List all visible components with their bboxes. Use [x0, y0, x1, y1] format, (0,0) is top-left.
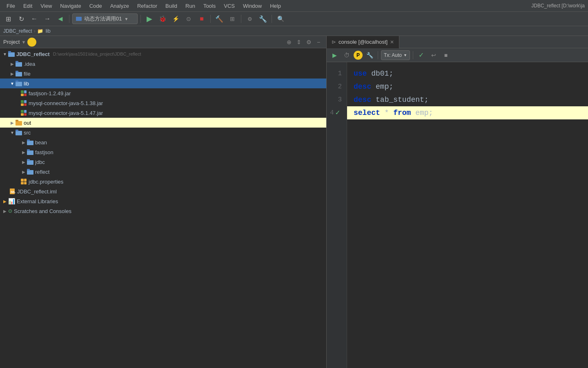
extlib-chart-icon: 📊 [8, 198, 15, 204]
toolbar-search-btn[interactable]: 🔍 [275, 13, 286, 25]
console-stop-btn[interactable]: ■ [441, 50, 451, 61]
console-tab-icon: ⊳ [332, 39, 336, 45]
menu-vcs[interactable]: VCS [220, 2, 238, 10]
window-title: JDBC_reflect [D:\work\ja [531, 3, 585, 9]
panel-header-actions: ⊕ ⇕ ⚙ − [285, 38, 323, 47]
lib-label: lib [24, 81, 29, 87]
tree-item-mysql38[interactable]: mysql-connector-java-5.1.38.jar [0, 98, 326, 108]
toolbar-stop-btn[interactable]: ■ [196, 13, 207, 25]
toolbar-sep3 [210, 15, 211, 23]
svg-rect-11 [16, 130, 18, 131]
console-tab[interactable]: ⊳ console [@localhost] ✕ [327, 36, 399, 48]
out-label: out [24, 120, 31, 126]
menu-window[interactable]: Window [240, 2, 265, 10]
toolbar-unknown1[interactable]: ⊞ [2, 13, 14, 25]
right-panel: ⊳ console [@localhost] ✕ ▶ ⏱ P 🔧 Tx: Aut… [327, 36, 588, 368]
checkmark-icon: ✓ [336, 106, 340, 119]
sql-line-3: desc tab_student; [354, 93, 581, 106]
run-config-selector[interactable]: 动态方法调用01 ▼ [72, 13, 138, 24]
svg-rect-12 [27, 141, 33, 145]
console-wrench-btn[interactable]: 🔧 [364, 50, 375, 61]
menu-code[interactable]: Code [86, 2, 105, 10]
tree-item-mysql47[interactable]: mysql-connector-java-5.1.47.jar [0, 108, 326, 118]
tree-item-jdbcprop[interactable]: jdbc.properties [0, 177, 326, 186]
toolbar-debug-btn[interactable]: 🐞 [157, 13, 168, 25]
menu-navigate[interactable]: Navigate [57, 2, 84, 10]
menu-edit[interactable]: Edit [20, 2, 36, 10]
root-label: JDBC_reflect [16, 51, 50, 57]
tree-item-lib[interactable]: ▼ lib [0, 79, 326, 88]
console-p-btn[interactable]: P [354, 51, 363, 60]
toolbar-coverage-btn[interactable]: ⚡ [170, 13, 181, 25]
menu-analyze[interactable]: Analyze [107, 2, 132, 10]
project-tree[interactable]: ▼ JDBC_reflect D:\work\java1501\idea_pro… [0, 48, 326, 368]
console-undo-btn[interactable]: ↩ [428, 50, 439, 61]
toolbar-refresh[interactable]: ↻ [16, 13, 27, 25]
menu-help[interactable]: Help [267, 2, 284, 10]
menu-refactor[interactable]: Refactor [134, 2, 160, 10]
tx-selector[interactable]: Tx: Auto ▼ [381, 50, 410, 60]
tree-item-fastjson2[interactable]: ▶ fastjson [0, 147, 326, 157]
tree-arrow-file: ▶ [9, 70, 16, 77]
jdbcprop-label: jdbc.properties [29, 179, 63, 185]
toolbar-forward[interactable]: → [42, 13, 53, 25]
menu-build[interactable]: Build [162, 2, 180, 10]
svg-rect-15 [27, 149, 30, 151]
tree-item-jdbc[interactable]: ▶ jdbc [0, 157, 326, 167]
tree-item-out[interactable]: ▶ out [0, 118, 326, 128]
console-history-btn[interactable]: ⏱ [341, 50, 352, 61]
console-sep2 [413, 51, 413, 59]
tree-arrow-scratches: ▶ [2, 208, 8, 214]
run-config-icon [76, 17, 82, 21]
tree-item-idea[interactable]: ▶ .idea [0, 59, 326, 69]
breadcrumb-folder-icon: 📁 [37, 28, 43, 34]
panel-btn-hide[interactable]: − [314, 38, 323, 47]
tree-item-reflect[interactable]: ▶ reflect [0, 167, 326, 177]
tree-arrow-fastjson2: ▶ [20, 149, 27, 155]
console-tab-close[interactable]: ✕ [390, 39, 394, 45]
tree-item-extlib[interactable]: ▶ 📊 External Libraries [0, 196, 326, 206]
sql-content[interactable]: use db01; desc emp; desc tab_student; se… [347, 62, 588, 368]
console-toolbar: ▶ ⏱ P 🔧 Tx: Auto ▼ ✓ ↩ ■ [327, 48, 588, 62]
toolbar-sep2 [140, 15, 141, 23]
tx-label: Tx: Auto [384, 52, 402, 58]
src-label: src [24, 130, 31, 136]
menu-view[interactable]: View [37, 2, 55, 10]
toolbar-back-green[interactable]: ◄ [55, 13, 66, 25]
scratches-icon: ⊙ [8, 208, 12, 214]
panel-btn-add[interactable]: ⊕ [285, 38, 294, 47]
tree-item-bean[interactable]: ▶ bean [0, 137, 326, 147]
fastjson2-label: fastjson [35, 149, 53, 155]
panel-btn-settings[interactable]: ⚙ [304, 38, 313, 47]
toolbar-sep4 [241, 15, 241, 23]
tree-item-src[interactable]: ▼ src [0, 128, 326, 137]
toolbar-sdk-btn[interactable]: ⊞ [227, 13, 238, 25]
tree-item-iml[interactable]: IML JDBC_reflect.iml [0, 186, 326, 196]
toolbar-profile-btn[interactable]: ⊙ [183, 13, 194, 25]
toolbar-run-btn[interactable]: ▶ [144, 13, 155, 25]
tree-item-fastjson[interactable]: fastjson-1.2.49.jar [0, 88, 326, 98]
tree-item-scratches[interactable]: ▶ ⊙ Scratches and Consoles [0, 206, 326, 216]
toolbar-back[interactable]: ← [29, 13, 40, 25]
tree-item-root[interactable]: ▼ JDBC_reflect D:\work\java1501\idea_pro… [0, 49, 326, 59]
svg-rect-17 [27, 159, 30, 161]
sql-editor[interactable]: 1 2 3 4 ✓ use db01; desc emp; desc tab_s… [327, 62, 588, 368]
svg-rect-3 [16, 61, 18, 63]
jar-fastjson-icon [20, 90, 27, 96]
tree-item-file[interactable]: ▶ file [0, 69, 326, 79]
iml-label: JDBC_reflect.iml [17, 188, 57, 195]
menu-tools[interactable]: Tools [200, 2, 219, 10]
console-run-btn[interactable]: ▶ [329, 50, 340, 61]
menu-file[interactable]: File [3, 2, 18, 10]
panel-dropdown-icon[interactable]: ▼ [21, 40, 26, 45]
breadcrumb-project[interactable]: JDBC_reflect [3, 28, 32, 34]
panel-btn-collapse[interactable]: ⇕ [294, 38, 303, 47]
toolbar-settings-btn[interactable]: ⚙ [244, 13, 256, 25]
console-check-btn[interactable]: ✓ [416, 50, 427, 61]
toolbar-wrench-btn[interactable]: 🔧 [257, 13, 269, 25]
line-num-4: 4 [330, 107, 334, 119]
svg-rect-9 [16, 120, 18, 121]
breadcrumb-folder[interactable]: lib [46, 28, 51, 34]
toolbar-build-btn[interactable]: 🔨 [214, 13, 225, 25]
menu-run[interactable]: Run [182, 2, 198, 10]
